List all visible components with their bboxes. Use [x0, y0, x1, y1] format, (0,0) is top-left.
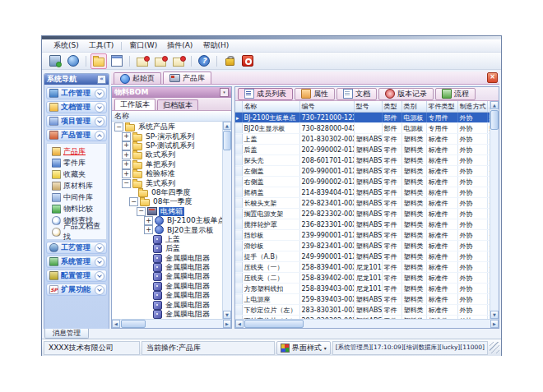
table-row-18[interactable]: 上电源座259-839403-00X塑料ABS零件塑料类标准件外协条 [235, 294, 490, 305]
tree-item-11[interactable]: +BJ-2100主板单点 [112, 216, 222, 225]
bom-tab-2[interactable]: 归档版本 [157, 99, 198, 110]
tree-item-3[interactable]: +SP-测试机系列 [112, 141, 222, 150]
tree-item-20[interactable]: 金属膜电阻器 [112, 300, 222, 309]
tree-item-6[interactable]: +检验标准 [112, 169, 222, 178]
message-manager-tab[interactable]: 消息管理 [44, 329, 89, 339]
expander-plus-icon[interactable]: + [122, 160, 131, 169]
monitor-icon[interactable] [47, 53, 63, 69]
column-header-7[interactable]: 制造方式 [457, 101, 487, 113]
tree-item-7[interactable]: −美式系列 [112, 178, 222, 187]
chevron-down-icon[interactable] [95, 103, 104, 113]
table-row-19[interactable]: 下纱定位片（左）283-830301-00X塑料ABS零件塑料类标准件外协条 [235, 305, 490, 316]
column-header-1[interactable]: 名称 [242, 101, 299, 113]
window-list-icon[interactable] [109, 53, 125, 69]
sidebar-item-8[interactable]: 产品文档查找 [47, 227, 106, 237]
close-tab-button[interactable]: × [487, 72, 498, 83]
sidebar-group-4[interactable]: 产品管理 [46, 129, 107, 141]
scroll-left-icon[interactable]: ◀ [235, 320, 244, 328]
message-send-icon[interactable] [170, 53, 187, 69]
doc-tab-1[interactable]: 起始页 [114, 72, 161, 84]
menu-item-4[interactable]: 插件(A) [162, 39, 197, 52]
expander-plus-icon[interactable]: + [122, 132, 131, 141]
tree-item-1[interactable]: −系统产品库 [112, 122, 222, 131]
collapse-left-icon[interactable]: « [97, 75, 106, 84]
table-row-15[interactable]: 压线夹（一）258-839401-00X尼龙1010零件塑料类标准件外协条 [235, 262, 490, 273]
sidebar-group-7[interactable]: 配置管理 [46, 270, 107, 282]
table-row-17[interactable]: 方形塑料线扣258-839403-00X尼龙1010零件塑料类标准件外协条 [235, 284, 490, 294]
lock-icon[interactable] [221, 53, 238, 69]
column-header-3[interactable]: 型号 [354, 101, 382, 113]
expander-plus-icon[interactable]: + [122, 150, 131, 159]
scroll-up-icon[interactable]: ▲ [223, 122, 231, 130]
sidebar-group-2[interactable]: 文档管理 [46, 101, 107, 113]
expander-minus-icon[interactable]: − [129, 197, 138, 206]
sidebar-group-1[interactable]: 工作管理 [46, 87, 107, 99]
bom-tab-1[interactable]: 工作版本 [114, 99, 155, 110]
member-tab-5[interactable]: 流程 [435, 88, 476, 100]
tree-item-13[interactable]: 上盖 [112, 235, 222, 244]
tree-item-18[interactable]: 金属膜电阻器 [112, 282, 222, 291]
chevron-down-icon[interactable] [95, 89, 104, 99]
tree-item-19[interactable]: 金属膜电阻器 [112, 291, 222, 300]
tree-item-5[interactable]: +单把系列 [112, 160, 222, 169]
menu-item-1[interactable]: 系统(S) [49, 39, 84, 52]
menu-item-3[interactable]: 窗口(W) [124, 39, 162, 52]
help-icon[interactable] [196, 53, 212, 69]
member-tab-1[interactable]: 成员列表 [238, 88, 293, 100]
sidebar-item-3[interactable]: 收藏夹 [47, 169, 106, 179]
tree-item-17[interactable]: 金属膜电阻器 [112, 272, 222, 281]
ui-style-button[interactable]: 界面样式 ▾ [276, 341, 331, 355]
table-vertical-scrollbar[interactable]: ▲ ▼ [490, 101, 499, 319]
tree-scroll-thumb[interactable] [223, 131, 231, 150]
table-row-12[interactable]: 挡纱板239-990001-01X塑料ABS零件塑料类标准件外协条 [235, 230, 490, 241]
tree-vertical-scrollbar[interactable]: ▲ ▼ [222, 122, 231, 319]
tree-item-12[interactable]: +BJ20主显示板 [112, 225, 222, 234]
table-row-6[interactable]: 左侧盖209-990001-01X塑料ABS零件塑料类标准件外协条 [235, 166, 490, 177]
scroll-right-icon[interactable]: ▶ [490, 320, 499, 328]
chevron-down-icon[interactable] [95, 117, 104, 127]
table-row-13[interactable]: 滑纱板239-823401-00X塑料ABS零件塑料类标准件外协条 [235, 241, 490, 251]
table-row-1[interactable]: BJ-2100主板单点730-721000-12X部件电源板专用件外协颗 [235, 113, 490, 123]
column-header-4[interactable]: 类型 [382, 101, 401, 113]
exit-icon[interactable] [239, 53, 256, 69]
dropdown-icon[interactable]: ▾ [220, 88, 229, 97]
sidebar-group-6[interactable]: 系统管理 [46, 256, 107, 268]
chevron-up-icon[interactable] [95, 131, 104, 141]
scroll-down-icon[interactable]: ▼ [223, 311, 231, 319]
table-row-10[interactable]: 搁置电源支架229-823302-00X塑料ABS零件塑料类标准件外协条 [235, 209, 490, 219]
table-scroll-thumb[interactable] [490, 110, 499, 130]
table-row-2[interactable]: BJ20主显示板730-828000-04X部件电源板专用件外协颗 [235, 123, 490, 134]
chevron-down-icon[interactable] [95, 271, 104, 281]
sidebar-item-6[interactable]: 物料比较 [47, 204, 106, 214]
folder-icon[interactable] [90, 53, 107, 69]
tree-item-9[interactable]: −08年一季度 [112, 197, 222, 206]
scroll-left-icon[interactable]: ◀ [112, 320, 120, 328]
chevron-down-icon[interactable] [95, 285, 104, 295]
table-row-5[interactable]: 探头壳208-601701-01X塑料ABS零件塑料类标准件外协条 [235, 155, 490, 166]
table-row-16[interactable]: 压线夹（二）258-839402-00X尼龙1010零件塑料类标准件外协条 [235, 273, 490, 284]
tree-item-14[interactable]: 后盖 [112, 244, 222, 253]
message-new-icon[interactable] [134, 53, 151, 69]
sidebar-item-4[interactable]: 原材料库 [47, 181, 106, 191]
sidebar-item-5[interactable]: 中间件库 [47, 192, 106, 202]
sidebar-item-1[interactable]: 产品库 [47, 146, 106, 156]
table-row-3[interactable]: 上盖201-830302-00X塑料ABS零件塑料类标准件外协条 [235, 134, 490, 145]
message-open-icon[interactable] [152, 53, 169, 69]
scroll-up-icon[interactable]: ▲ [490, 101, 499, 109]
scroll-right-icon[interactable]: ▶ [223, 320, 231, 328]
table-row-7[interactable]: 右侧盖209-990002-01X塑料ABS零件塑料类标准件外协条 [235, 177, 490, 187]
table-row-8[interactable]: 摇柄盖214-839404-01X塑料ABS零件塑料类标准件外协条 [235, 187, 490, 198]
member-tab-4[interactable]: 版本记录 [378, 88, 434, 100]
column-header-6[interactable]: 零件类型 [426, 101, 457, 113]
globe-icon[interactable] [65, 53, 81, 69]
table-row-9[interactable]: 长梭头支架229-823401-00X塑料ABS零件塑料类标准件外协条 [235, 198, 490, 209]
expander-minus-icon[interactable]: − [114, 122, 123, 131]
tree-item-21[interactable]: 金属膜电阻器 [112, 310, 222, 319]
column-header-5[interactable]: 类别 [401, 101, 426, 113]
sidebar-group-3[interactable]: 项目管理 [46, 115, 107, 127]
table-horizontal-scrollbar[interactable]: ◀ ▶ [235, 319, 499, 328]
tree-item-10[interactable]: −电烤箱 [112, 207, 222, 216]
expander-minus-icon[interactable]: − [137, 207, 146, 216]
sidebar-group-8[interactable]: 扩展功能 [46, 284, 107, 296]
sidebar-item-2[interactable]: 零件库 [47, 158, 106, 168]
